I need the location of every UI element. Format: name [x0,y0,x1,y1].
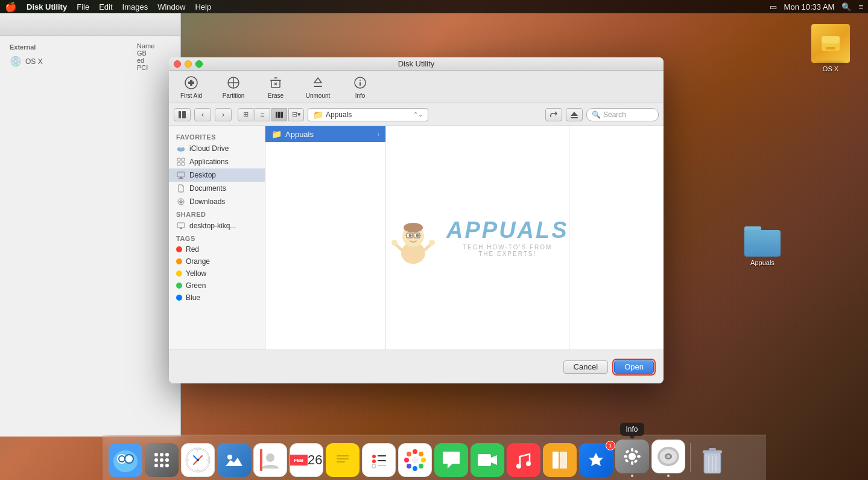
svg-rect-76 [378,460,386,461]
orange-tag-label: Orange [186,257,210,266]
file-list-panel: 📁 Appuals › [265,126,664,350]
partition-icon [225,74,242,91]
menubar: 🍎 Disk Utility File Edit Images Window H… [0,0,868,13]
svg-point-65 [197,459,199,461]
dock-item-contacts[interactable] [253,443,287,477]
dock-item-appstore[interactable]: 1 [579,443,613,477]
svg-point-73 [372,455,376,458]
column-view-button[interactable] [271,108,287,121]
du-info-size: GB [137,50,176,57]
minimize-button[interactable] [185,60,192,68]
dock-item-facetime[interactable] [470,443,504,477]
svg-point-46 [429,240,435,246]
dock-item-disk-utility[interactable] [651,440,685,477]
unmount-button[interactable]: Unmount [303,74,333,99]
dock-item-trash[interactable] [695,443,729,477]
sidebar-tag-red[interactable]: Red [169,243,265,255]
dock-item-photos-dup[interactable] [217,443,251,477]
blue-tag-dot [176,295,182,301]
sidebar-item-shared-desktop[interactable]: desktop-kikq... [169,219,265,232]
app-name[interactable]: Disk Utility [27,2,67,11]
svg-rect-1 [822,36,840,43]
svg-rect-17 [571,117,578,118]
svg-rect-11 [360,82,361,86]
info-icon [352,74,369,91]
dock-item-launchpad[interactable] [145,443,179,477]
svg-rect-69 [334,452,351,469]
first-aid-button[interactable]: First Aid [176,74,206,99]
orange-tag-dot [176,258,182,264]
column-view-toggle[interactable] [174,108,191,121]
back-button[interactable]: ‹ [194,108,211,121]
info-button[interactable]: Info [345,74,375,99]
dock-item-system-preferences[interactable]: Info [615,440,649,477]
tags-header: Tags [169,232,265,243]
desktop-label: Desktop [189,171,216,179]
sidebar-tag-orange[interactable]: Orange [169,255,265,267]
dock-item-notes[interactable] [326,443,360,477]
erase-button[interactable]: Erase [261,74,291,99]
apple-menu[interactable]: 🍎 [5,1,17,13]
gallery-view-button[interactable]: ⊟▾ [288,108,304,121]
svg-point-58 [160,458,163,462]
menubar-controls-icon[interactable]: ≡ [858,2,863,11]
path-selector[interactable]: 📁 Appuals ⌃⌄ [308,108,428,121]
svg-point-67 [266,453,274,462]
green-tag-dot [176,283,182,289]
svg-rect-16 [280,112,283,118]
dock-item-messages[interactable] [434,443,468,477]
os-x-drive-icon[interactable]: OS X [811,24,850,72]
sidebar-tag-yellow[interactable]: Yellow [169,267,265,280]
svg-point-20 [181,147,185,151]
shared-desktop-label: desktop-kikq... [189,222,236,230]
eject-button[interactable] [566,108,583,121]
menu-help[interactable]: Help [195,2,211,11]
dock-item-safari[interactable] [181,443,215,477]
dock-item-books[interactable] [543,443,577,477]
search-box[interactable]: 🔍 Search [586,108,659,121]
system-preferences-icon [615,440,649,473]
sidebar-tag-blue[interactable]: Blue [169,292,265,304]
forward-button[interactable]: › [215,108,232,121]
svg-rect-68 [260,449,262,471]
menu-file[interactable]: File [77,2,89,11]
sidebar-tag-green[interactable]: Green [169,280,265,292]
photos-icon [398,443,432,477]
svg-rect-74 [378,455,386,456]
appuals-desktop-folder[interactable]: Appuals [744,226,781,266]
svg-point-57 [154,458,158,462]
sidebar-item-documents[interactable]: Documents [169,182,265,195]
menu-images[interactable]: Images [122,2,148,11]
drive-label: OS X [823,65,838,72]
unmount-label: Unmount [306,92,331,99]
disk-utility-dot [667,475,670,477]
shared-desktop-icon [176,221,186,231]
maximize-button[interactable] [195,60,203,68]
menu-window[interactable]: Window [157,2,185,11]
share-button[interactable] [545,108,562,121]
open-button[interactable]: Open [614,360,654,374]
dock-item-photos[interactable] [398,443,432,477]
dock-item-finder[interactable] [109,443,142,477]
yellow-tag-label: Yellow [186,269,206,278]
svg-rect-88 [478,454,491,466]
svg-point-60 [154,464,158,467]
icon-view-button[interactable]: ⊞ [238,108,253,121]
file-item-appuals[interactable]: 📁 Appuals › [265,126,385,142]
documents-icon [176,184,186,193]
svg-rect-78 [378,465,386,466]
dock-item-music[interactable] [507,443,540,477]
dock-item-calendar[interactable]: FEB 26 [290,443,323,477]
cancel-button[interactable]: Cancel [563,360,608,374]
dock-item-reminders[interactable] [362,443,396,477]
menu-edit[interactable]: Edit [99,2,112,11]
sidebar-item-applications[interactable]: Applications [169,155,265,168]
close-button[interactable] [174,60,181,68]
menubar-search-icon[interactable]: 🔍 [841,2,851,11]
sidebar-item-downloads[interactable]: Downloads [169,195,265,208]
sidebar-item-desktop[interactable]: Desktop [169,168,265,182]
list-view-button[interactable]: ≡ [255,108,270,121]
partition-button[interactable]: Partition [218,74,249,99]
sidebar-item-icloud[interactable]: iCloud Drive [169,142,265,155]
svg-rect-71 [337,458,349,459]
